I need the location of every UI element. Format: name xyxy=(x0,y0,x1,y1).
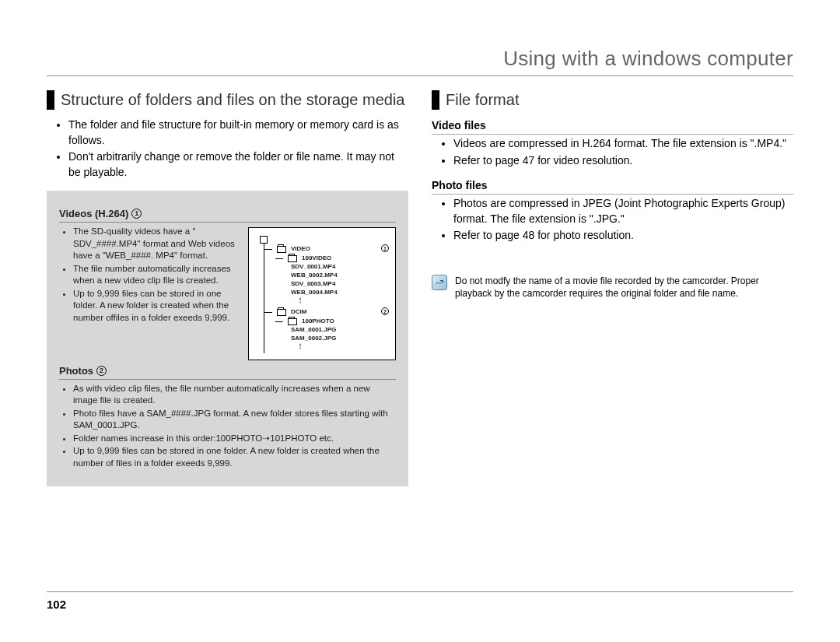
file-label: SDV_0001.MP4 xyxy=(291,264,335,271)
diagram-row: VIDEO 1 xyxy=(264,244,389,253)
diagram-file-row: SAM_0001.JPG xyxy=(264,325,389,334)
diagram-ellipsis: ⋮ xyxy=(264,342,389,353)
list-item: Up to 9,999 files can be stored in one f… xyxy=(73,288,240,325)
photos-subhead-text: Photos xyxy=(59,365,93,377)
list-item: Refer to page 48 for photo resolution. xyxy=(453,228,793,244)
list-item: The file number automatically increases … xyxy=(73,263,240,287)
connector-line xyxy=(275,258,283,259)
diagram-trunk: VIDEO 1 100VIDEO SDV_0001.MP4 WEB_0002.M… xyxy=(264,244,389,353)
folder-label: DCIM xyxy=(291,309,306,316)
diagram-row: DCIM 2 xyxy=(264,307,389,316)
file-label: WEB_0004.MP4 xyxy=(291,289,338,296)
folder-tree-diagram: VIDEO 1 100VIDEO SDV_0001.MP4 WEB_0002.M… xyxy=(248,227,396,360)
section-title-structure: Structure of folders and files on the st… xyxy=(47,90,408,110)
list-item: As with video clip files, the file numbe… xyxy=(73,383,396,407)
left-column: Structure of folders and files on the st… xyxy=(47,90,408,486)
folder-label: VIDEO xyxy=(291,246,310,253)
diagram-file-row: SAM_0002.JPG xyxy=(264,334,389,342)
list-item: Refer to page 47 for video resolution. xyxy=(453,153,793,169)
diagram-file-row: SDV_0001.MP4 xyxy=(264,262,389,271)
intro-list: The folder and file structure for built-… xyxy=(47,118,408,180)
circled-two-icon: 2 xyxy=(96,366,107,376)
circled-two-small: 2 xyxy=(381,307,389,315)
list-item: Folder names increase in this order:100P… xyxy=(73,433,396,445)
diagram-file-row: SDV_0003.MP4 xyxy=(264,279,389,288)
intro-item: Don't arbitrarily change or remove the f… xyxy=(68,149,408,180)
list-item: Photo files have a SAM_####.JPG format. … xyxy=(73,408,396,432)
list-item: The SD-quality videos have a " SDV_####.… xyxy=(73,226,240,262)
file-label: SAM_0002.JPG xyxy=(291,335,336,342)
note-callout: Do not modfy the name of a movie file re… xyxy=(432,275,793,300)
list-item: Up to 9,999 files can be stored in one f… xyxy=(73,445,396,469)
photo-files-subhead: Photo files xyxy=(432,179,793,195)
diagram-folder-row: DCIM xyxy=(264,307,306,316)
diagram-ellipsis: ⋮ xyxy=(264,296,389,307)
note-text: Do not modfy the name of a movie file re… xyxy=(455,275,789,300)
root-box-icon xyxy=(260,236,268,244)
diagram-root xyxy=(260,236,389,244)
videos-subhead-text: Videos (H.264) xyxy=(59,208,128,219)
file-label: SDV_0003.MP4 xyxy=(291,281,335,288)
right-column: File format Video files Videos are compr… xyxy=(432,90,793,486)
file-label: WEB_0002.MP4 xyxy=(291,272,338,279)
connector-line xyxy=(264,249,272,250)
diagram-folder-row: VIDEO xyxy=(264,244,310,253)
videos-list: The SD-quality videos have a " SDV_####.… xyxy=(59,226,240,324)
note-icon xyxy=(432,275,447,290)
videos-subhead: Videos (H.264) 1 xyxy=(59,208,396,223)
page-header-title: Using with a windows computer xyxy=(47,47,793,71)
diagram-folder-row: 100VIDEO xyxy=(264,253,389,262)
folder-icon xyxy=(288,318,297,325)
connector-line xyxy=(275,321,283,322)
photos-subhead: Photos 2 xyxy=(59,365,396,380)
circled-one-icon: 1 xyxy=(131,209,142,219)
video-files-subhead: Video files xyxy=(432,119,793,135)
footer-rule xyxy=(47,591,793,592)
circled-one-small: 1 xyxy=(381,244,389,252)
diagram-file-row: WEB_0004.MP4 xyxy=(264,288,389,296)
folder-label: 100PHOTO xyxy=(302,318,334,325)
diagram-file-row: WEB_0002.MP4 xyxy=(264,271,389,279)
video-files-list: Videos are compressed in H.264 format. T… xyxy=(432,136,793,168)
manual-page: Using with a windows computer Structure … xyxy=(0,0,840,642)
connector-line xyxy=(264,312,272,313)
page-number: 102 xyxy=(47,598,66,611)
file-label: SAM_0001.JPG xyxy=(291,327,336,334)
list-item: Videos are compressed in H.264 format. T… xyxy=(453,136,793,152)
videos-text-block: The SD-quality videos have a " SDV_####.… xyxy=(59,226,240,330)
diagram-folder-row: 100PHOTO xyxy=(264,316,389,325)
section-title-file-format: File format xyxy=(432,90,793,110)
photo-files-list: Photos are compressed in JPEG (Joint Pho… xyxy=(432,196,793,244)
folder-icon xyxy=(288,255,297,262)
two-column-layout: Structure of folders and files on the st… xyxy=(47,90,793,486)
videos-row: The SD-quality videos have a " SDV_####.… xyxy=(59,226,396,360)
list-item: Photos are compressed in JPEG (Joint Pho… xyxy=(453,196,793,226)
photos-list: As with video clip files, the file numbe… xyxy=(59,383,396,470)
folder-label: 100VIDEO xyxy=(302,255,331,262)
intro-item: The folder and file structure for built-… xyxy=(68,118,408,148)
gray-info-box: Videos (H.264) 1 The SD-quality videos h… xyxy=(47,191,408,486)
folder-icon xyxy=(277,246,286,253)
header-rule xyxy=(47,75,793,76)
folder-icon xyxy=(277,309,286,316)
